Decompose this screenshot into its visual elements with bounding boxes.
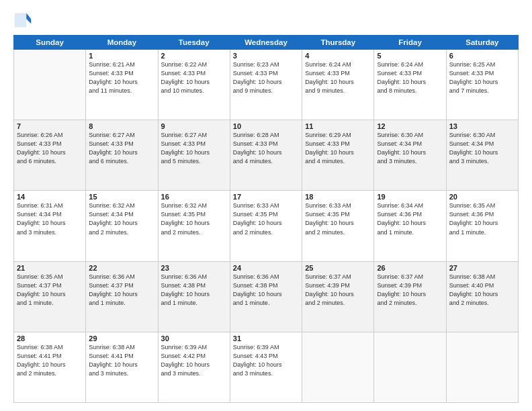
day-info: Sunrise: 6:26 AM Sunset: 4:33 PM Dayligh… xyxy=(17,131,83,166)
calendar-table: SundayMondayTuesdayWednesdayThursdayFrid… xyxy=(13,35,519,403)
day-number: 6 xyxy=(449,52,515,60)
day-number: 26 xyxy=(377,264,443,272)
day-number: 4 xyxy=(305,52,371,60)
day-number: 9 xyxy=(161,122,227,130)
calendar-week-row: 21Sunrise: 6:35 AM Sunset: 4:37 PM Dayli… xyxy=(14,261,519,332)
day-info: Sunrise: 6:23 AM Sunset: 4:33 PM Dayligh… xyxy=(233,60,299,95)
calendar-cell: 13Sunrise: 6:30 AM Sunset: 4:34 PM Dayli… xyxy=(446,120,518,191)
day-number: 25 xyxy=(305,264,371,272)
calendar-cell: 24Sunrise: 6:36 AM Sunset: 4:38 PM Dayli… xyxy=(230,261,302,332)
calendar-cell: 19Sunrise: 6:34 AM Sunset: 4:36 PM Dayli… xyxy=(374,191,446,261)
calendar-cell: 8Sunrise: 6:27 AM Sunset: 4:33 PM Daylig… xyxy=(86,120,158,191)
calendar-cell: 26Sunrise: 6:37 AM Sunset: 4:39 PM Dayli… xyxy=(374,261,446,332)
day-number: 31 xyxy=(233,334,299,342)
day-info: Sunrise: 6:35 AM Sunset: 4:36 PM Dayligh… xyxy=(449,201,515,236)
day-number: 18 xyxy=(305,193,371,201)
calendar-cell: 23Sunrise: 6:36 AM Sunset: 4:38 PM Dayli… xyxy=(158,261,230,332)
day-number: 30 xyxy=(161,334,227,342)
calendar-cell: 4Sunrise: 6:24 AM Sunset: 4:33 PM Daylig… xyxy=(302,50,374,120)
calendar-cell xyxy=(302,332,374,402)
day-number: 3 xyxy=(233,52,299,60)
day-info: Sunrise: 6:27 AM Sunset: 4:33 PM Dayligh… xyxy=(161,131,227,166)
day-number: 10 xyxy=(233,122,299,130)
day-info: Sunrise: 6:30 AM Sunset: 4:34 PM Dayligh… xyxy=(449,131,515,166)
day-number: 24 xyxy=(233,264,299,272)
day-number: 5 xyxy=(377,52,443,60)
day-number: 28 xyxy=(17,334,83,342)
calendar-cell xyxy=(374,332,446,402)
weekday-header: Monday xyxy=(86,36,158,50)
day-number: 22 xyxy=(89,264,154,272)
calendar-cell: 30Sunrise: 6:39 AM Sunset: 4:42 PM Dayli… xyxy=(158,332,230,402)
calendar-cell: 22Sunrise: 6:36 AM Sunset: 4:37 PM Dayli… xyxy=(86,261,158,332)
weekday-header: Sunday xyxy=(14,36,86,50)
day-number: 19 xyxy=(377,193,443,201)
svg-rect-2 xyxy=(15,13,27,28)
day-number: 21 xyxy=(17,264,83,272)
day-info: Sunrise: 6:37 AM Sunset: 4:39 PM Dayligh… xyxy=(305,273,371,308)
weekday-header: Thursday xyxy=(302,36,374,50)
calendar-cell: 5Sunrise: 6:24 AM Sunset: 4:33 PM Daylig… xyxy=(374,50,446,120)
calendar-week-row: 28Sunrise: 6:38 AM Sunset: 4:41 PM Dayli… xyxy=(14,332,519,402)
day-info: Sunrise: 6:35 AM Sunset: 4:37 PM Dayligh… xyxy=(17,273,83,308)
day-info: Sunrise: 6:38 AM Sunset: 4:40 PM Dayligh… xyxy=(449,273,515,308)
weekday-header: Wednesday xyxy=(230,36,302,50)
day-info: Sunrise: 6:21 AM Sunset: 4:33 PM Dayligh… xyxy=(89,60,154,95)
weekday-header: Saturday xyxy=(446,36,518,50)
day-number: 16 xyxy=(161,193,227,201)
weekday-header: Friday xyxy=(374,36,446,50)
day-info: Sunrise: 6:36 AM Sunset: 4:38 PM Dayligh… xyxy=(161,273,227,308)
calendar-cell: 6Sunrise: 6:25 AM Sunset: 4:33 PM Daylig… xyxy=(446,50,518,120)
day-info: Sunrise: 6:30 AM Sunset: 4:34 PM Dayligh… xyxy=(377,131,443,166)
page: SundayMondayTuesdayWednesdayThursdayFrid… xyxy=(0,0,532,411)
day-number: 1 xyxy=(89,52,154,60)
calendar-cell: 31Sunrise: 6:39 AM Sunset: 4:43 PM Dayli… xyxy=(230,332,302,402)
day-number: 14 xyxy=(17,193,83,201)
calendar-cell: 20Sunrise: 6:35 AM Sunset: 4:36 PM Dayli… xyxy=(446,191,518,261)
calendar-cell: 10Sunrise: 6:28 AM Sunset: 4:33 PM Dayli… xyxy=(230,120,302,191)
calendar-cell: 29Sunrise: 6:38 AM Sunset: 4:41 PM Dayli… xyxy=(86,332,158,402)
header xyxy=(13,11,519,30)
day-info: Sunrise: 6:32 AM Sunset: 4:35 PM Dayligh… xyxy=(161,201,227,236)
calendar-cell: 15Sunrise: 6:32 AM Sunset: 4:34 PM Dayli… xyxy=(86,191,158,261)
day-number: 17 xyxy=(233,193,299,201)
day-info: Sunrise: 6:24 AM Sunset: 4:33 PM Dayligh… xyxy=(305,60,371,95)
day-info: Sunrise: 6:33 AM Sunset: 4:35 PM Dayligh… xyxy=(305,201,371,236)
day-number: 27 xyxy=(449,264,515,272)
day-number: 2 xyxy=(161,52,227,60)
day-info: Sunrise: 6:33 AM Sunset: 4:35 PM Dayligh… xyxy=(233,201,299,236)
svg-marker-0 xyxy=(26,13,31,19)
calendar-week-row: 7Sunrise: 6:26 AM Sunset: 4:33 PM Daylig… xyxy=(14,120,519,191)
day-info: Sunrise: 6:28 AM Sunset: 4:33 PM Dayligh… xyxy=(233,131,299,166)
day-info: Sunrise: 6:22 AM Sunset: 4:33 PM Dayligh… xyxy=(161,60,227,95)
calendar-cell: 1Sunrise: 6:21 AM Sunset: 4:33 PM Daylig… xyxy=(86,50,158,120)
day-info: Sunrise: 6:29 AM Sunset: 4:33 PM Dayligh… xyxy=(305,131,371,166)
logo-icon xyxy=(13,11,32,30)
day-info: Sunrise: 6:38 AM Sunset: 4:41 PM Dayligh… xyxy=(89,343,154,378)
day-number: 13 xyxy=(449,122,515,130)
day-info: Sunrise: 6:38 AM Sunset: 4:41 PM Dayligh… xyxy=(17,343,83,378)
day-number: 29 xyxy=(89,334,154,342)
day-number: 23 xyxy=(161,264,227,272)
day-info: Sunrise: 6:31 AM Sunset: 4:34 PM Dayligh… xyxy=(17,201,83,236)
day-number: 11 xyxy=(305,122,371,130)
calendar-cell: 28Sunrise: 6:38 AM Sunset: 4:41 PM Dayli… xyxy=(14,332,86,402)
day-info: Sunrise: 6:24 AM Sunset: 4:33 PM Dayligh… xyxy=(377,60,443,95)
calendar-cell: 21Sunrise: 6:35 AM Sunset: 4:37 PM Dayli… xyxy=(14,261,86,332)
calendar-cell: 14Sunrise: 6:31 AM Sunset: 4:34 PM Dayli… xyxy=(14,191,86,261)
calendar-week-row: 1Sunrise: 6:21 AM Sunset: 4:33 PM Daylig… xyxy=(14,50,519,120)
day-info: Sunrise: 6:39 AM Sunset: 4:42 PM Dayligh… xyxy=(161,343,227,378)
calendar-cell: 12Sunrise: 6:30 AM Sunset: 4:34 PM Dayli… xyxy=(374,120,446,191)
calendar-week-row: 14Sunrise: 6:31 AM Sunset: 4:34 PM Dayli… xyxy=(14,191,519,261)
day-info: Sunrise: 6:25 AM Sunset: 4:33 PM Dayligh… xyxy=(449,60,515,95)
day-info: Sunrise: 6:36 AM Sunset: 4:38 PM Dayligh… xyxy=(233,273,299,308)
day-info: Sunrise: 6:27 AM Sunset: 4:33 PM Dayligh… xyxy=(89,131,154,166)
day-number: 12 xyxy=(377,122,443,130)
calendar-cell: 3Sunrise: 6:23 AM Sunset: 4:33 PM Daylig… xyxy=(230,50,302,120)
day-info: Sunrise: 6:34 AM Sunset: 4:36 PM Dayligh… xyxy=(377,201,443,236)
day-number: 7 xyxy=(17,122,83,130)
calendar-header-row: SundayMondayTuesdayWednesdayThursdayFrid… xyxy=(14,36,519,50)
calendar-cell: 27Sunrise: 6:38 AM Sunset: 4:40 PM Dayli… xyxy=(446,261,518,332)
day-number: 8 xyxy=(89,122,154,130)
calendar-cell: 9Sunrise: 6:27 AM Sunset: 4:33 PM Daylig… xyxy=(158,120,230,191)
